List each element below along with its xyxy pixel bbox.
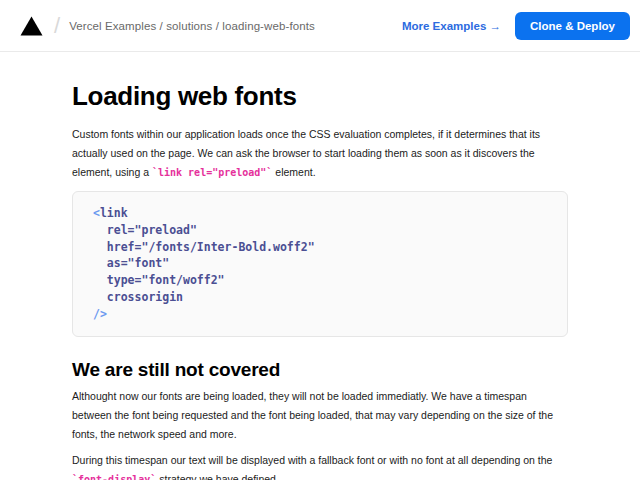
code-line: rel="preload" — [93, 222, 547, 239]
code-tag: link — [100, 206, 128, 220]
code-line: type="font/woff2" — [93, 272, 547, 289]
code-block: <link rel="preload" href="/fonts/Inter-B… — [72, 191, 568, 337]
intro-text-after: element. — [272, 166, 315, 178]
header: / Vercel Examples / solutions / loading-… — [0, 0, 640, 52]
paragraph2-text-after: strategy we have defined. — [156, 473, 279, 480]
code-line: href="/fonts/Inter-Bold.woff2" — [93, 239, 547, 256]
code-open-bracket: < — [93, 206, 100, 220]
vercel-triangle-icon — [20, 16, 43, 36]
code-line: crossorigin — [93, 289, 547, 306]
section-title: We are still not covered — [72, 359, 568, 381]
more-examples-link[interactable]: More Examples → — [402, 20, 501, 32]
page-title: Loading web fonts — [72, 82, 568, 111]
inline-code-link-preload: `link rel="preload"` — [152, 167, 272, 178]
code-line: /> — [93, 306, 547, 323]
intro-paragraph: Custom fonts within our application load… — [72, 125, 568, 183]
vercel-logo[interactable] — [20, 16, 43, 36]
breadcrumb[interactable]: Vercel Examples / solutions / loading-we… — [69, 20, 315, 32]
paragraph2-text-before: During this timespan our text will be di… — [72, 454, 552, 466]
inline-code-font-display: `font-display` — [72, 474, 156, 480]
section-paragraph-2: During this timespan our text will be di… — [72, 451, 568, 480]
clone-deploy-button[interactable]: Clone & Deploy — [515, 12, 630, 40]
section-paragraph-1: Althought now our fonts are being loaded… — [72, 387, 568, 445]
header-actions: More Examples → Clone & Deploy — [402, 12, 630, 40]
slash-divider: / — [54, 13, 60, 39]
code-line: <link — [93, 205, 547, 222]
code-line: as="font" — [93, 255, 547, 272]
article: Loading web fonts Custom fonts within ou… — [72, 52, 568, 480]
code-close-bracket: /> — [93, 307, 107, 321]
